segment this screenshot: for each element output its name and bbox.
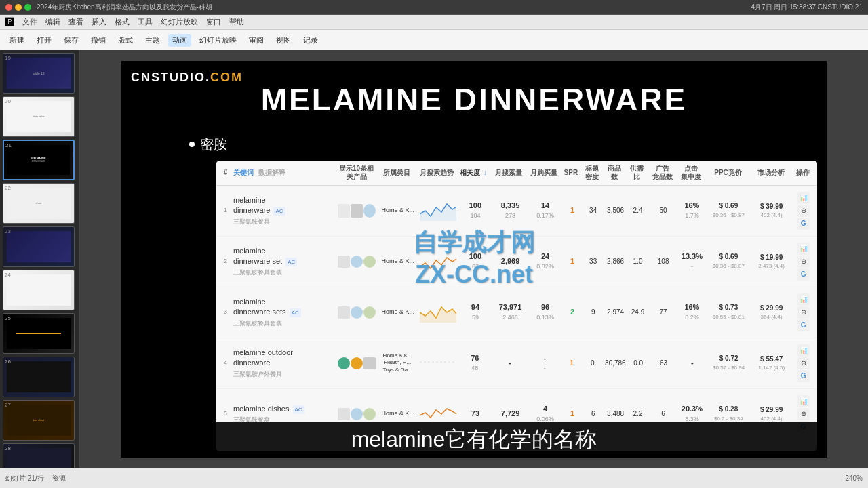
td-spr-4: 1 xyxy=(562,358,581,368)
action-chart-icon[interactable]: 📊 xyxy=(797,344,810,357)
menu-tools[interactable]: 工具 xyxy=(138,17,153,27)
td-actions-2[interactable]: 📊 ⊖ G xyxy=(792,242,814,281)
th-spr: SPR xyxy=(561,169,580,177)
keyword-main-1: melaminedinnerware AC xyxy=(233,195,335,216)
th-supply-demand: 供需比 xyxy=(625,165,648,181)
menu-slideshow[interactable]: 幻灯片放映 xyxy=(161,17,198,27)
menu-insert[interactable]: 插入 xyxy=(92,17,106,27)
action-chart-icon[interactable]: 📊 xyxy=(797,293,810,306)
th-monthly-purchase: 月购买量 xyxy=(526,169,561,177)
toolbar-new[interactable]: 新建 xyxy=(5,34,28,47)
td-actions-1[interactable]: 📊 ⊖ G xyxy=(792,191,814,230)
td-title-density-3: 9 xyxy=(582,308,604,317)
td-actions-4[interactable]: 📊 ⊖ G xyxy=(792,344,814,383)
slide-thumb-26[interactable]: 26 xyxy=(3,357,75,397)
td-relevance-1: 100 104 xyxy=(458,201,493,220)
action-circle-icon[interactable]: ⊖ xyxy=(797,357,810,369)
th-monthly-search: 月搜索量 xyxy=(491,169,526,177)
slide-thumb-28[interactable]: 28 xyxy=(3,443,75,468)
td-num-5: 5 xyxy=(219,409,232,418)
product-img xyxy=(351,357,363,369)
toolbar-layout[interactable]: 版式 xyxy=(114,34,137,47)
product-img xyxy=(351,408,363,420)
menu-format[interactable]: 格式 xyxy=(115,17,130,27)
td-spr-2: 1 xyxy=(563,256,582,266)
toolbar-slideshow[interactable]: 幻灯片放映 xyxy=(195,34,241,47)
td-monthly-purchase-3: 96 0.13% xyxy=(528,302,563,322)
action-circle-icon[interactable]: ⊖ xyxy=(797,408,810,420)
toolbar-open[interactable]: 打开 xyxy=(33,34,56,47)
th-keyword-label[interactable]: 关键词 xyxy=(233,169,254,176)
keyword-main-3: melaminedinnerware sets AC xyxy=(233,297,335,318)
toolbar-undo[interactable]: 撤销 xyxy=(87,34,110,47)
td-ad-products-3: 77 xyxy=(649,308,677,317)
menu-view[interactable]: 查看 xyxy=(68,17,83,27)
td-monthly-purchase-4: - - xyxy=(528,353,562,373)
td-relevance-3: 94 59 xyxy=(458,302,493,322)
action-chart-icon[interactable]: 📊 xyxy=(797,192,810,204)
slide-thumb-20[interactable]: 20 data table xyxy=(3,96,75,137)
td-supply-demand-3: 24.9 xyxy=(627,308,649,317)
product-images-1 xyxy=(338,204,376,218)
status-bar: 幻灯片 21/行 资源 240% xyxy=(0,468,868,488)
th-data-explain[interactable]: 数据解释 xyxy=(258,169,285,176)
action-g-icon[interactable]: G xyxy=(797,218,810,230)
td-ppc-price-5: $ 0.28 $0.2 - $0.34 xyxy=(707,405,751,422)
slide-thumb-27[interactable]: 27 bar chart xyxy=(3,400,75,441)
td-ppc-price-4: $ 0.72 $0.57 - $0.94 xyxy=(707,354,751,371)
action-chart-icon[interactable]: 📊 xyxy=(797,395,810,407)
action-chart-icon[interactable]: 📊 xyxy=(797,243,810,255)
td-click-concentration-4: - xyxy=(678,358,707,368)
slide-panel[interactable]: 19 slide 19 20 data table 21 MELAMINE DI… xyxy=(0,50,80,468)
slide-thumb-24[interactable]: 24 xyxy=(3,270,75,310)
toolbar-review[interactable]: 审阅 xyxy=(245,34,268,47)
product-img xyxy=(363,408,376,420)
action-g-icon[interactable]: G xyxy=(797,319,810,331)
action-circle-icon[interactable]: ⊖ xyxy=(797,306,810,319)
td-relevance-4: 76 48 xyxy=(458,353,492,373)
keyword-cn-4: 三聚氰胺户外餐具 xyxy=(233,370,335,379)
content-area: CNSTUDIO.COM MELAMINE DINNERWARE 密胺 # 关键… xyxy=(80,50,868,468)
td-actions-3[interactable]: 📊 ⊖ G xyxy=(792,293,814,332)
toolbar-theme[interactable]: 主题 xyxy=(141,34,164,47)
data-table: # 关键词 数据解释 展示10条相关产品 所属类目 月搜索趋势 相关度 ↓ 月搜… xyxy=(216,161,817,451)
td-click-concentration-1: 16% 1.7% xyxy=(677,201,706,220)
td-relevance-5: 73 xyxy=(458,409,493,419)
toolbar-save[interactable]: 保存 xyxy=(60,34,83,47)
td-trend-4 xyxy=(418,350,458,376)
action-g-icon[interactable]: G xyxy=(797,268,810,281)
td-show10-1 xyxy=(336,204,377,218)
toolbar-record[interactable]: 记录 xyxy=(299,34,322,47)
slide-thumb-21[interactable]: 21 MELAMINE DINNERWARE xyxy=(3,140,75,180)
menu-window[interactable]: 窗口 xyxy=(206,17,221,27)
product-img xyxy=(363,204,376,218)
td-click-concentration-2: 13.3% - xyxy=(677,251,706,271)
action-circle-icon[interactable]: ⊖ xyxy=(797,205,810,217)
toolbar-animation[interactable]: 动画 xyxy=(168,34,191,47)
menu-help[interactable]: 帮助 xyxy=(229,17,244,27)
action-circle-icon[interactable]: ⊖ xyxy=(797,256,810,268)
keyword-cn-3: 三聚氰胺餐具套装 xyxy=(233,319,335,328)
td-category-4: Home & K...Health, H...Toys & Ga... xyxy=(377,352,418,373)
mac-titlebar: 2024年厨房Kitchen高利润率选品方向以及我发货产品-科胡 4月7日 周日… xyxy=(0,0,868,15)
action-g-icon[interactable]: G xyxy=(797,370,810,382)
td-monthly-search-3: 73,971 2,466 xyxy=(493,302,528,322)
menu-file[interactable]: 文件 xyxy=(22,17,37,27)
trend-chart-4 xyxy=(420,350,456,373)
td-spr-1: 1 xyxy=(563,205,582,216)
td-title-density-5: 6 xyxy=(582,409,604,419)
menu-edit[interactable]: 编辑 xyxy=(45,17,60,27)
slide-canvas: CNSTUDIO.COM MELAMINE DINNERWARE 密胺 # 关键… xyxy=(121,61,827,458)
toolbar-view[interactable]: 视图 xyxy=(272,34,295,47)
slide-thumb-23[interactable]: 23 xyxy=(3,226,75,267)
td-monthly-search-2: 2,969 xyxy=(493,256,528,266)
slide-thumb-22[interactable]: 22 chart xyxy=(3,183,75,224)
product-img xyxy=(351,306,363,319)
td-num-3: 3 xyxy=(219,308,232,317)
slide-thumb-25[interactable]: 25 xyxy=(3,313,75,354)
slide-thumb-19[interactable]: 19 slide 19 xyxy=(3,53,75,94)
product-images-4 xyxy=(338,357,376,369)
td-market-analysis-3: $ 29.99 364 (4.4) xyxy=(751,304,792,321)
product-img xyxy=(338,306,350,319)
td-supply-demand-1: 2.4 xyxy=(627,206,649,216)
